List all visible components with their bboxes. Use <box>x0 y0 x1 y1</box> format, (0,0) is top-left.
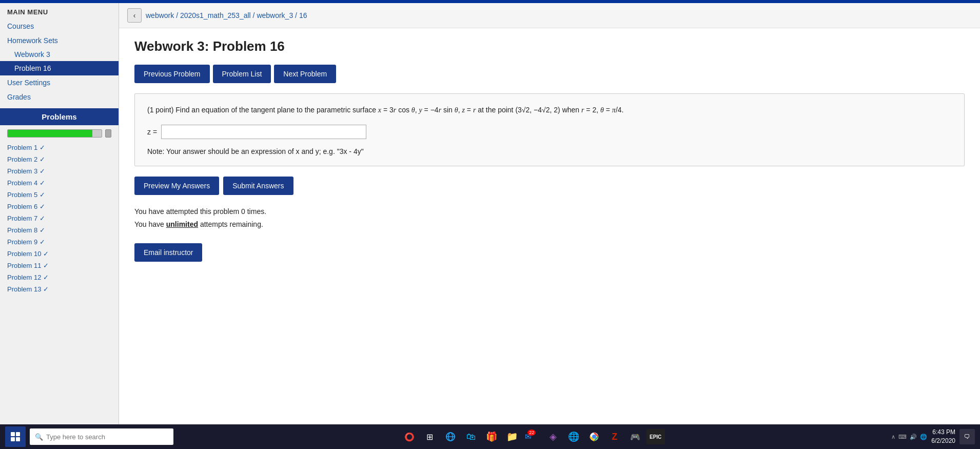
breadcrumb-set[interactable]: webwork_3 <box>257 11 293 19</box>
taskbar-center: ⭕ ⊞ 🛍 🎁 📁 ✉22 ◈ 🌐 Z <box>400 427 665 446</box>
search-input[interactable] <box>46 433 168 441</box>
keyboard-icon: ⌨ <box>898 434 907 440</box>
submit-button[interactable]: Submit Answers <box>223 177 293 195</box>
attempts-line2: You have unlimited attempts remaining. <box>134 218 965 231</box>
problem-box: (1 point) Find an equation of the tangen… <box>134 93 965 166</box>
breadcrumb-bar: ‹ webwork / 2020s1_math_253_all / webwor… <box>119 3 980 28</box>
note-text: Note: Your answer should be an expressio… <box>147 147 952 155</box>
breadcrumb-course[interactable]: 2020s1_math_253_all <box>180 11 251 19</box>
sidebar: MAIN MENU Courses Homework Sets Webwork … <box>0 3 119 424</box>
taskbar-time-display: 6:43 PM <box>931 428 955 437</box>
taskbar-gaming-icon[interactable]: 🎮 <box>626 427 644 446</box>
sidebar-item-courses[interactable]: Courses <box>0 19 119 33</box>
taskbar-clock[interactable]: 6:43 PM 6/2/2020 <box>931 428 955 445</box>
answer-input[interactable] <box>161 125 366 139</box>
sidebar-item-problem16[interactable]: Problem 16 <box>0 61 119 75</box>
taskbar-task-view-icon[interactable]: ⊞ <box>421 427 439 446</box>
problem-list-item-1[interactable]: Problem 1 ✓ <box>0 142 119 153</box>
problem-statement: (1 point) Find an equation of the tangen… <box>147 104 952 116</box>
problem-list-item-6[interactable]: Problem 6 ✓ <box>0 201 119 212</box>
problem-list-item-2[interactable]: Problem 2 ✓ <box>0 153 119 165</box>
speaker-icon: 🔊 <box>910 434 917 440</box>
problem-title: Webwork 3: Problem 16 <box>134 38 965 54</box>
sidebar-item-webwork3[interactable]: Webwork 3 <box>0 48 119 61</box>
unlimited-text: unlimited <box>166 220 198 228</box>
preview-button[interactable]: Preview My Answers <box>134 177 219 195</box>
progress-container <box>0 125 119 142</box>
taskbar-chrome-icon[interactable] <box>585 427 603 446</box>
search-bar: 🔍 <box>30 428 173 445</box>
taskbar-date-display: 6/2/2020 <box>931 437 955 445</box>
sidebar-item-grades[interactable]: Grades <box>0 90 119 104</box>
taskbar-left: 🔍 <box>5 426 173 447</box>
problems-header: Problems <box>0 108 119 125</box>
taskbar-globe-icon[interactable]: 🌐 <box>564 427 583 446</box>
problem-list-item-7[interactable]: Problem 7 ✓ <box>0 212 119 224</box>
search-icon: 🔍 <box>35 433 43 441</box>
taskbar: 🔍 ⭕ ⊞ 🛍 🎁 📁 ✉22 ◈ 🌐 <box>0 424 980 449</box>
problem-list-item-10[interactable]: Problem 10 ✓ <box>0 248 119 260</box>
taskbar-store-icon[interactable]: 🛍 <box>462 427 480 446</box>
taskbar-right: ∧ ⌨ 🔊 🌐 6:43 PM 6/2/2020 🗨 <box>891 428 975 445</box>
breadcrumb-problem[interactable]: 16 <box>299 11 307 19</box>
progress-handle[interactable] <box>105 129 111 138</box>
problem-list-item-8[interactable]: Problem 8 ✓ <box>0 224 119 236</box>
problem-list-item-5[interactable]: Problem 5 ✓ <box>0 189 119 201</box>
progress-bar <box>7 129 102 138</box>
network-icon: 🌐 <box>920 434 927 440</box>
attempts-line1: You have attempted this problem 0 times. <box>134 205 965 218</box>
problem-list-item-4[interactable]: Problem 4 ✓ <box>0 177 119 189</box>
taskbar-system-icons: ∧ ⌨ 🔊 🌐 <box>891 434 927 440</box>
main-menu-label: MAIN MENU <box>0 3 119 19</box>
problem-list-button[interactable]: Problem List <box>213 65 271 83</box>
progress-fill <box>8 130 92 137</box>
taskbar-gift-icon[interactable]: 🎁 <box>482 427 501 446</box>
problem-list-item-13[interactable]: Problem 13 ✓ <box>0 283 119 295</box>
taskbar-mail-icon[interactable]: ✉22 <box>523 427 542 446</box>
content-area: ‹ webwork / 2020s1_math_253_all / webwor… <box>119 3 980 424</box>
problem-list-item-3[interactable]: Problem 3 ✓ <box>0 165 119 177</box>
back-button[interactable]: ‹ <box>127 8 142 23</box>
taskbar-ie-icon[interactable] <box>441 427 460 446</box>
taskbar-zotero-icon[interactable]: Z <box>605 427 624 446</box>
taskbar-folder-icon[interactable]: 📁 <box>503 427 521 446</box>
action-buttons: Preview My Answers Submit Answers <box>134 177 965 195</box>
nav-buttons: Previous Problem Problem List Next Probl… <box>134 65 965 83</box>
taskbar-epic-icon[interactable]: EPIC <box>646 429 665 444</box>
answer-label: z = <box>147 128 157 136</box>
answer-row: z = <box>147 125 952 139</box>
attempts-text: You have attempted this problem 0 times.… <box>134 205 965 231</box>
problem-list-item-11[interactable]: Problem 11 ✓ <box>0 260 119 271</box>
breadcrumb-webwork[interactable]: webwork <box>146 11 174 19</box>
sidebar-item-homework-sets[interactable]: Homework Sets <box>0 33 119 48</box>
next-problem-button[interactable]: Next Problem <box>274 65 336 83</box>
breadcrumb: webwork / 2020s1_math_253_all / webwork_… <box>146 11 307 19</box>
previous-problem-button[interactable]: Previous Problem <box>134 65 210 83</box>
windows-logo <box>11 432 20 441</box>
taskbar-cortana-icon[interactable]: ⭕ <box>400 427 419 446</box>
email-instructor-button[interactable]: Email instructor <box>134 243 202 262</box>
problem-list-item-9[interactable]: Problem 9 ✓ <box>0 236 119 248</box>
taskbar-vs-icon[interactable]: ◈ <box>544 427 562 446</box>
sidebar-item-user-settings[interactable]: User Settings <box>0 75 119 90</box>
svg-point-5 <box>593 435 596 438</box>
start-button[interactable] <box>5 426 26 447</box>
chevron-up-icon[interactable]: ∧ <box>891 434 895 440</box>
taskbar-notification-button[interactable]: 🗨 <box>959 429 975 444</box>
problem-list-item-12[interactable]: Problem 12 ✓ <box>0 271 119 283</box>
problem-content: Webwork 3: Problem 16 Previous Problem P… <box>119 28 980 272</box>
